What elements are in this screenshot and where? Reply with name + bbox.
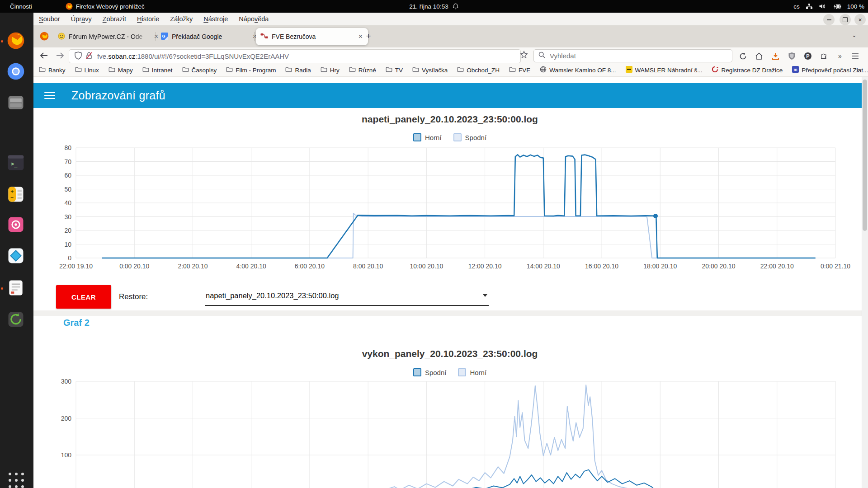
bookmark-radia[interactable]: Radia — [285, 66, 311, 74]
home-icon[interactable] — [753, 50, 765, 62]
chart-2-canvas[interactable]: 100200300 — [45, 377, 854, 488]
page-title: Zobrazování grafů — [71, 89, 165, 102]
dock-item-terminal[interactable]: >_ — [6, 153, 28, 174]
menu-soubor[interactable]: Soubor — [33, 15, 66, 23]
page-scrollbar-thumb[interactable] — [863, 80, 867, 231]
bookmark-mapy[interactable]: Mapy — [108, 66, 133, 74]
folder-icon — [349, 66, 356, 74]
svg-text:14:00 20.10: 14:00 20.10 — [527, 263, 560, 270]
bookmarks-overflow-chevron-icon[interactable]: » — [856, 66, 860, 74]
bookmark-fve[interactable]: FVE — [509, 66, 530, 74]
folder-icon — [285, 66, 292, 74]
graf2-link[interactable]: Graf 2 — [63, 318, 90, 328]
new-tab-button[interactable]: + — [363, 30, 374, 42]
dashboard-header: Zobrazování grafů — [33, 83, 868, 108]
window-restore-button[interactable] — [840, 14, 851, 25]
toolbar-overflow-chevron-icon[interactable]: » — [834, 50, 846, 62]
dock-item-firefox[interactable] — [6, 31, 28, 52]
menu-zobrazit[interactable]: Zobrazit — [97, 15, 132, 23]
bookmark-banky[interactable]: Banky — [39, 66, 66, 74]
svg-text:10: 10 — [64, 241, 71, 248]
window-minimize-button[interactable] — [823, 14, 835, 25]
url-bar[interactable]: fve.soban.cz:1880/ui/#!/6?socketid=3FLLq… — [69, 49, 521, 63]
dock-item-diagram-diamond[interactable] — [6, 246, 28, 267]
app-menu-hamburger-icon[interactable] — [849, 50, 861, 62]
reload-icon[interactable] — [737, 50, 749, 62]
restore-dropdown[interactable]: napeti_panely_20.10.2023_23:50:00.log — [205, 286, 489, 306]
bookmark-hry[interactable]: Hry — [321, 66, 340, 74]
menu-zalozky[interactable]: Záložky — [165, 15, 198, 23]
dock-item-documents[interactable] — [6, 278, 28, 300]
bookmark-registrace-dz-draz-ice[interactable]: Registrace DZ Dražice — [712, 66, 783, 74]
bookmark-intranet[interactable]: Intranet — [142, 66, 173, 74]
download-icon[interactable] — [769, 50, 781, 62]
bookmark-wamsler-na-hradni-s[interactable]: WAMSLER Náhradní š... — [626, 66, 703, 74]
meteo-m-icon: m — [792, 66, 799, 74]
clock[interactable]: 21. října 10:53 — [409, 3, 458, 10]
bookmark-label: Časopisy — [192, 67, 217, 74]
forward-button[interactable] — [54, 50, 66, 61]
legend-item-horni[interactable]: Horní — [458, 368, 486, 376]
app-grid-button[interactable] — [9, 473, 25, 488]
legend-item-horni[interactable]: Horní — [413, 133, 442, 141]
tab-bar: Fórum MyPower.CZ - Ode×GPřekladač Google… — [33, 25, 868, 48]
dock-item-calculator[interactable]: +− — [6, 184, 28, 206]
focused-app-indicator[interactable]: Firefox Webový prohlížeč — [66, 3, 145, 10]
search-input[interactable] — [549, 52, 727, 60]
bookmark-tv[interactable]: TV — [386, 66, 403, 74]
svg-text:80: 80 — [64, 144, 71, 151]
privacy-badger-extension-icon[interactable]: P — [802, 50, 814, 62]
all-tabs-chevron-icon[interactable]: ⌄ — [852, 32, 857, 38]
bookmark-wamsler-kamino-of-8[interactable]: Wamsler Kamino OF 8... — [540, 66, 616, 74]
running-indicator-dot — [1, 287, 3, 290]
battery-percentage: 100 % — [847, 3, 864, 10]
svg-text:16:00 20.10: 16:00 20.10 — [585, 263, 618, 270]
menu-nastroje[interactable]: Nástroje — [198, 15, 233, 23]
svg-text:200: 200 — [61, 415, 72, 422]
folder-icon — [182, 66, 189, 74]
search-bar[interactable] — [533, 49, 732, 62]
series-horni — [102, 385, 815, 488]
svg-text:20:00 20.10: 20:00 20.10 — [702, 263, 736, 270]
menu-upravy[interactable]: Úpravy — [66, 15, 97, 23]
legend-item-spodni[interactable]: Spodní — [413, 368, 447, 376]
tab-1[interactable]: Fórum MyPower.CZ - Ode× — [53, 28, 164, 45]
activities-button[interactable]: Činnosti — [6, 3, 36, 10]
dock-item-recycle[interactable] — [6, 310, 28, 331]
svg-text:>_: >_ — [11, 161, 18, 168]
bookmark-c-asopisy[interactable]: Časopisy — [182, 66, 217, 74]
bookmark-linux[interactable]: Linux — [75, 66, 99, 74]
bookmark-label: TV — [395, 67, 403, 74]
insecure-lock-icon[interactable] — [85, 52, 93, 61]
legend-item-spodni[interactable]: Spodní — [453, 133, 487, 141]
extension-puzzle-icon[interactable] — [818, 50, 830, 62]
menu-napoveda[interactable]: Nápověda — [233, 15, 274, 23]
series-spodni — [102, 213, 815, 258]
tab-3[interactable]: FVE Bezručova× — [256, 28, 368, 45]
back-button[interactable] — [38, 50, 50, 61]
dock-item-media-pink[interactable] — [6, 215, 28, 236]
dashboard-menu-icon[interactable] — [44, 90, 55, 101]
tab-2[interactable]: GPřekladač Google× — [156, 28, 262, 45]
dock-item-chromium[interactable] — [6, 61, 28, 83]
bookmark-label: WAMSLER Náhradní š... — [635, 67, 703, 74]
bookmark-star-icon[interactable] — [520, 51, 528, 61]
firefox-view-button[interactable] — [38, 30, 51, 42]
volume-icon — [819, 3, 826, 9]
system-status-area[interactable]: cs 100 % — [793, 3, 864, 10]
bookmark-ru-zne[interactable]: Různé — [349, 66, 376, 74]
tab-separator — [156, 32, 156, 41]
tab-separator — [254, 32, 255, 41]
bookmark-vysi-lac-ka[interactable]: Vysílačka — [412, 66, 448, 74]
chart-1-canvas[interactable]: 22:00 19.100:00 20.102:00 20.104:00 20.1… — [45, 141, 854, 277]
menu-historie[interactable]: Historie — [132, 15, 165, 23]
ublock-extension-icon[interactable] — [786, 50, 797, 62]
tracking-protection-shield-icon[interactable] — [75, 52, 82, 61]
clear-button[interactable]: CLEAR — [56, 285, 111, 309]
svg-text:22:00 20.10: 22:00 20.10 — [760, 263, 794, 270]
bookmark-film-program[interactable]: Film - Program — [226, 66, 276, 74]
chart-1-title: napeti_panely_20.10.2023_23:50:00.log — [45, 114, 854, 125]
dock-item-files[interactable] — [6, 93, 28, 114]
window-close-button[interactable]: × — [854, 14, 866, 25]
bookmark-obchod-zh[interactable]: Obchod_ZH — [457, 66, 500, 74]
